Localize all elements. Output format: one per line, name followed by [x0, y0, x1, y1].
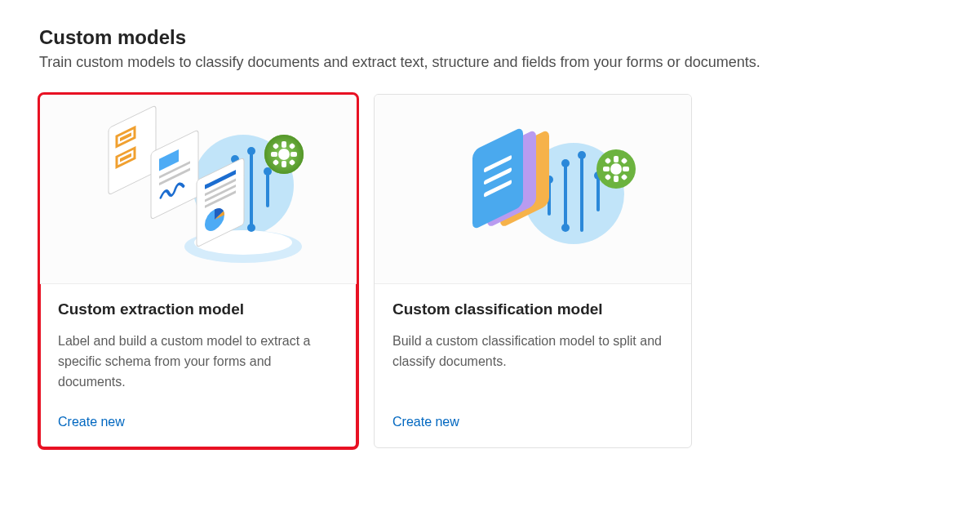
svg-rect-15 — [290, 152, 297, 157]
svg-rect-14 — [271, 152, 277, 157]
svg-point-37 — [561, 159, 570, 167]
svg-rect-12 — [282, 141, 286, 148]
card-title-extraction: Custom extraction model — [58, 300, 339, 318]
svg-rect-49 — [614, 156, 619, 162]
svg-point-8 — [247, 224, 255, 232]
extraction-illustration — [40, 95, 357, 284]
card-custom-classification[interactable]: Custom classification model Build a cust… — [374, 94, 692, 448]
svg-point-48 — [610, 163, 622, 175]
svg-rect-51 — [603, 167, 610, 171]
card-desc-classification: Build a custom classification model to s… — [392, 331, 673, 392]
classification-illustration — [375, 95, 691, 284]
documents-gear-icon — [76, 104, 321, 275]
svg-point-40 — [561, 224, 570, 232]
create-new-classification-link[interactable]: Create new — [392, 415, 459, 429]
page-title: Custom models — [39, 26, 941, 49]
page-subtitle: Train custom models to classify document… — [39, 54, 941, 71]
card-custom-extraction[interactable]: Custom extraction model Label and build … — [39, 94, 357, 448]
svg-point-11 — [278, 149, 290, 160]
svg-point-38 — [578, 151, 586, 159]
svg-point-6 — [264, 167, 272, 176]
svg-rect-13 — [282, 161, 286, 167]
card-desc-extraction: Label and build a custom model to extrac… — [58, 331, 339, 392]
svg-rect-52 — [623, 167, 629, 171]
create-new-extraction-link[interactable]: Create new — [58, 415, 125, 429]
cards-row: Custom extraction model Label and build … — [39, 94, 941, 448]
card-title-classification: Custom classification model — [392, 300, 673, 318]
svg-rect-50 — [614, 176, 619, 182]
stacked-docs-gear-icon — [410, 104, 655, 275]
svg-point-5 — [247, 147, 255, 155]
svg-rect-25 — [151, 129, 198, 219]
